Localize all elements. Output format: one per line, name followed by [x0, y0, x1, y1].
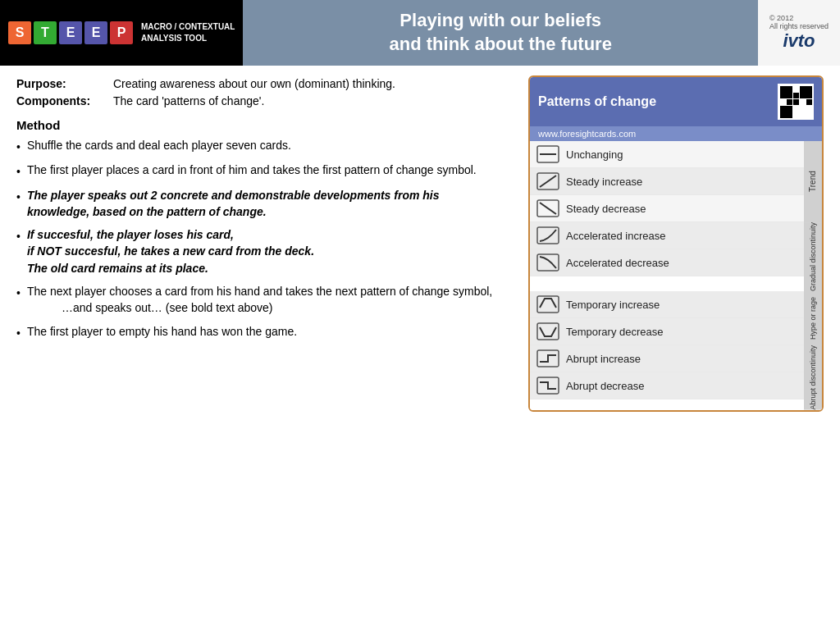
bullet-text: The next player chooses a card from his … — [27, 283, 492, 317]
pattern-row-unchanging: Unchanging — [530, 141, 804, 168]
steep-logo: S T E E P MACRO / CONTEXTUAL ANALYSIS TO… — [0, 0, 243, 66]
svg-line-3 — [540, 176, 556, 187]
pattern-group-gradual: Accelerated increase Accelerated decreas… — [530, 222, 822, 291]
header-title-line1: Playing with our beliefs — [390, 9, 612, 33]
list-item: • If succesful, the player loses his car… — [16, 226, 504, 276]
pattern-row-abrupt-increase: Abrupt increase — [530, 345, 804, 372]
letter-t: T — [34, 21, 57, 44]
list-item: • The next player chooses a card from hi… — [16, 283, 504, 317]
letter-e1: E — [59, 21, 82, 44]
header-title: Playing with our beliefs and think about… — [390, 9, 612, 56]
bullet-text: The first player places a card in front … — [27, 162, 477, 180]
header-title-area: Playing with our beliefs and think about… — [243, 0, 758, 66]
purpose-label: Purpose: — [16, 75, 107, 93]
steady-increase-icon — [536, 172, 559, 190]
bullet-text: The first player to empty his hand has w… — [27, 323, 297, 341]
pattern-rows-abrupt: Abrupt increase Abrupt decrease — [530, 345, 804, 410]
temporary-increase-icon — [536, 295, 559, 313]
accelerated-decrease-icon — [536, 253, 559, 272]
abrupt-decrease-icon — [536, 377, 559, 395]
purpose-text: Creating awareness about our own (domina… — [113, 75, 395, 93]
pattern-row-acc-increase: Accelerated increase — [530, 222, 804, 249]
svg-line-5 — [540, 203, 556, 214]
main-content: Purpose: Creating awareness about our ow… — [0, 66, 840, 630]
group-label-gradual: Gradual discontinuity — [804, 222, 822, 291]
purpose-section: Purpose: Creating awareness about our ow… — [16, 75, 504, 110]
steady-increase-label: Steady increase — [566, 176, 642, 188]
acc-decrease-label: Accelerated decrease — [566, 257, 669, 269]
acc-increase-label: Accelerated increase — [566, 230, 665, 242]
pattern-row-abrupt-decrease: Abrupt decrease — [530, 372, 804, 399]
pattern-row-temp-decrease: Temporary decrease — [530, 318, 804, 345]
unchanging-label: Unchanging — [566, 148, 623, 161]
pattern-group-hype: Temporary increase Temporary decrease Hy… — [530, 291, 822, 345]
letter-e2: E — [84, 21, 107, 44]
left-column: Purpose: Creating awareness about our ow… — [16, 75, 512, 620]
list-item: • The first player to empty his hand has… — [16, 323, 504, 341]
ivto-brand: ivto — [783, 30, 815, 52]
method-section: Method • Shuffle the cards and deal each… — [16, 118, 504, 341]
steep-letters: S T E E P — [8, 21, 133, 44]
pattern-rows-trend: Unchanging Steady increase — [530, 141, 804, 222]
letter-p: P — [110, 21, 133, 44]
group-label-hype: Hype or rage — [804, 291, 822, 345]
bullet-dot: • — [16, 189, 21, 221]
abrupt-increase-label: Abrupt increase — [566, 353, 641, 365]
purpose-row: Purpose: Creating awareness about our ow… — [16, 75, 504, 93]
temp-increase-label: Temporary increase — [566, 299, 660, 311]
steep-subtitle: MACRO / CONTEXTUAL ANALYSIS TOOL — [141, 21, 235, 44]
header: S T E E P MACRO / CONTEXTUAL ANALYSIS TO… — [0, 0, 840, 66]
pattern-row-steady-decrease: Steady decrease — [530, 195, 804, 222]
bullet-text-bold: The player speaks out 2 concrete and dem… — [27, 187, 504, 221]
unchanging-icon — [536, 145, 559, 163]
header-title-line2: and think about the future — [390, 33, 612, 57]
bullet-dot: • — [16, 163, 21, 180]
steady-decrease-label: Steady decrease — [566, 203, 646, 215]
pattern-row-temp-increase: Temporary increase — [530, 291, 804, 318]
bullet-dot: • — [16, 325, 21, 341]
subtitle-line2: ANALYSIS TOOL — [141, 33, 235, 44]
card-url: www.foresightcards.com — [530, 126, 822, 141]
components-text: The card 'patterns of change'. — [113, 93, 264, 110]
pattern-row-steady-increase: Steady increase — [530, 168, 804, 195]
abrupt-increase-icon — [536, 349, 559, 368]
components-label: Components: — [16, 93, 107, 110]
temporary-decrease-icon — [536, 322, 559, 340]
pattern-table: Unchanging Steady increase — [530, 141, 822, 410]
pattern-rows-hype: Temporary increase Temporary decrease — [530, 291, 804, 345]
bullet-dot: • — [16, 285, 21, 317]
group-label-trend: Trend — [804, 141, 822, 222]
method-title: Method — [16, 118, 504, 132]
list-item: • The player speaks out 2 concrete and d… — [16, 187, 504, 221]
bullet-list: • Shuffle the cards and deal each player… — [16, 137, 504, 341]
bullet-dot: • — [16, 139, 21, 155]
subtitle-line1: MACRO / CONTEXTUAL — [141, 21, 235, 33]
accelerated-increase-icon — [536, 226, 559, 244]
bullet-text: Shuffle the cards and deal each player s… — [27, 137, 291, 155]
pattern-group-abrupt: Abrupt increase Abrupt decrease Abrupt d… — [530, 345, 822, 410]
pattern-rows-gradual: Accelerated increase Accelerated decreas… — [530, 222, 804, 291]
pattern-row-acc-decrease: Accelerated decrease — [530, 249, 804, 276]
temp-decrease-label: Temporary decrease — [566, 326, 664, 338]
pattern-group-trend: Unchanging Steady increase — [530, 141, 822, 222]
qr-code — [778, 84, 814, 120]
group-label-abrupt: Abrupt discontinuity — [804, 345, 822, 410]
letter-s: S — [8, 21, 31, 44]
copyright-text: © 2012 All rights reserved — [769, 14, 829, 30]
bullet-dot: • — [16, 228, 21, 276]
list-item: • Shuffle the cards and deal each player… — [16, 137, 504, 155]
components-row: Components: The card 'patterns of change… — [16, 93, 504, 110]
card-title: Patterns of change — [538, 94, 656, 109]
list-item: • The first player places a card in fron… — [16, 162, 504, 180]
bullet-text-bold: If succesful, the player loses his card,… — [27, 226, 314, 276]
card-header: Patterns of change — [530, 77, 822, 126]
steady-decrease-icon — [536, 199, 559, 217]
abrupt-decrease-label: Abrupt decrease — [566, 380, 644, 392]
card-panel: Patterns of change www.foresightcards.co… — [528, 75, 824, 412]
ivto-logo: © 2012 All rights reserved ivto — [758, 0, 840, 66]
